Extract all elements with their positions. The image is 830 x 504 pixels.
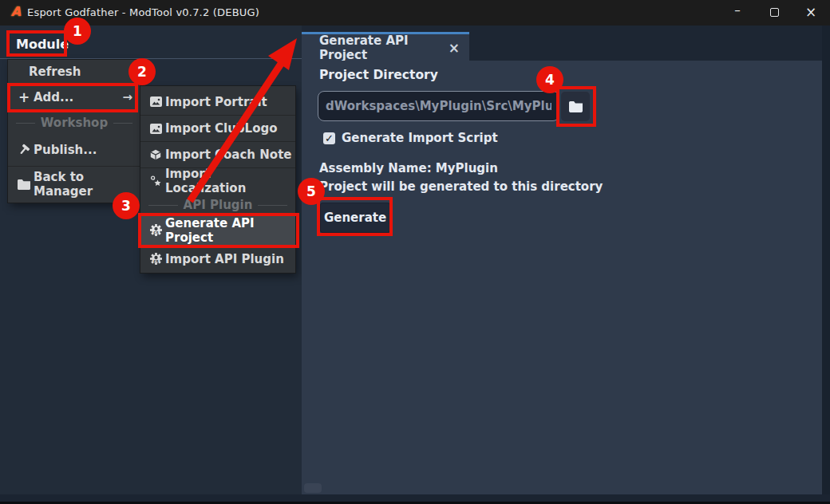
app-icon: A [9, 5, 23, 19]
generate-button[interactable]: Generate [320, 203, 390, 233]
section-label: Workshop [41, 116, 108, 130]
scrollbar-thumb[interactable] [304, 483, 322, 493]
menu-item-label: Generate API Project [165, 216, 295, 245]
generate-import-script-label: Generate Import Script [342, 131, 498, 145]
tab-label: Generate API Project [319, 33, 441, 62]
section-label: API Plugin [184, 198, 253, 212]
window-right-edge [822, 26, 830, 502]
tab-generate-api-project[interactable]: Generate API Project × [302, 32, 469, 61]
menu-item-label: Add... [34, 90, 73, 104]
generate-import-script-checkbox[interactable]: ✓ [323, 132, 335, 144]
menu-item-import-api-plugin[interactable]: cs Import API Plugin [140, 246, 295, 272]
project-directory-label: Project Directory [319, 68, 438, 82]
menu-item-import-coach-note[interactable]: Import Coach Note [140, 142, 295, 167]
module-dropdown-menu: Refresh + Add... → Workshop Publish... B… [8, 60, 140, 203]
close-button[interactable]: × [792, 0, 829, 25]
menu-item-refresh[interactable]: Refresh [8, 61, 140, 83]
csharp-script-icon: cs [146, 253, 165, 265]
folder-icon [14, 179, 34, 190]
menu-item-add[interactable]: + Add... → [8, 84, 140, 111]
project-directory-input[interactable] [318, 91, 559, 121]
menu-item-label: Refresh [29, 65, 81, 79]
image-icon [146, 96, 165, 107]
menu-item-publish[interactable]: Publish... [8, 135, 140, 165]
add-submenu: Import Portrait Import ClubLogo Import C… [140, 86, 295, 273]
menu-item-import-localization[interactable]: Import Localization [140, 168, 295, 194]
plus-icon: + [14, 89, 34, 105]
localization-icon [146, 175, 165, 187]
menu-section-workshop: Workshop [8, 112, 140, 133]
window-bottom-edge [0, 494, 830, 502]
image-icon [146, 124, 165, 134]
maximize-button[interactable] [756, 0, 792, 25]
minimize-button[interactable]: – [719, 0, 756, 25]
app-window: A Esport Godfather - ModTool v0.7.2 (DEB… [0, 0, 830, 504]
menu-item-import-portrait[interactable]: Import Portrait [140, 89, 295, 115]
menubar-item-module[interactable]: Module [11, 35, 73, 53]
menu-item-label: Import Coach Note [165, 148, 291, 162]
menu-item-label: Import Localization [165, 167, 295, 195]
generate-api-project-panel [302, 61, 822, 494]
cube-icon [146, 149, 165, 160]
menu-section-api-plugin: API Plugin [140, 195, 295, 215]
folder-icon [569, 101, 583, 112]
maximize-icon [770, 8, 779, 17]
svg-text:cs: cs [153, 230, 158, 234]
window-title: Esport Godfather - ModTool v0.7.2 (DEBUG… [27, 6, 259, 18]
menu-item-label: Back to Manager [34, 170, 140, 199]
assembly-name-text: Assembly Name: MyPlugin [319, 161, 498, 175]
tab-close-icon[interactable]: × [449, 40, 460, 56]
menubar-divider [0, 58, 302, 59]
svg-text:cs: cs [153, 258, 158, 263]
csharp-script-icon: cs [146, 224, 165, 236]
menu-item-import-clublogo[interactable]: Import ClubLogo [140, 116, 295, 141]
menu-item-label: Import ClubLogo [165, 121, 278, 136]
hammer-icon [14, 144, 34, 156]
menu-item-label: Import API Plugin [165, 252, 284, 266]
generation-info-text: Project will be generated to this direct… [319, 179, 603, 194]
menu-item-generate-api-project[interactable]: cs Generate API Project [140, 215, 295, 245]
minimize-icon: – [734, 0, 741, 21]
menu-item-label: Import Portrait [165, 95, 267, 109]
browse-folder-button[interactable] [561, 92, 590, 121]
submenu-arrow-icon: → [122, 90, 132, 104]
menu-item-back-to-manager[interactable]: Back to Manager [8, 167, 140, 202]
titlebar: A Esport Godfather - ModTool v0.7.2 (DEB… [0, 0, 830, 26]
menu-item-label: Publish... [34, 143, 97, 157]
generate-import-script-row[interactable]: ✓ Generate Import Script [323, 131, 498, 145]
generate-button-label: Generate [324, 211, 386, 225]
close-icon: × [805, 0, 816, 24]
